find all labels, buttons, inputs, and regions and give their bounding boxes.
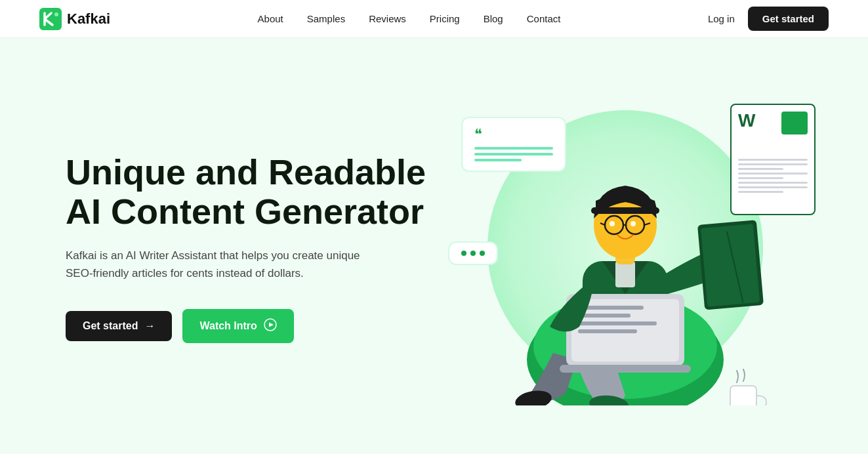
svg-rect-30 — [730, 386, 756, 405]
nav-links: About Samples Reviews Pricing Blog Conta… — [258, 13, 561, 25]
person-illustration — [474, 104, 789, 405]
nav-actions: Log in Get started — [708, 7, 829, 31]
nav-about[interactable]: About — [258, 13, 283, 24]
arrow-right-icon: → — [144, 320, 155, 332]
typing-dot-1 — [461, 251, 466, 256]
logo-text: Kafkai — [67, 10, 110, 28]
get-started-hero-button[interactable]: Get started → — [66, 311, 172, 341]
svg-rect-19 — [560, 365, 691, 373]
nav-contact[interactable]: Contact — [527, 13, 561, 24]
svg-rect-11 — [701, 224, 760, 307]
nav-samples[interactable]: Samples — [307, 13, 345, 24]
login-button[interactable]: Log in — [708, 13, 735, 24]
watch-intro-button[interactable]: Watch Intro — [182, 309, 293, 343]
logo-icon — [39, 8, 62, 30]
svg-rect-9 — [615, 261, 635, 287]
svg-rect-0 — [39, 8, 62, 30]
svg-rect-17 — [578, 321, 657, 325]
nav-pricing[interactable]: Pricing — [430, 13, 460, 24]
svg-rect-29 — [591, 207, 659, 214]
play-icon — [264, 318, 277, 334]
svg-point-28 — [630, 221, 636, 226]
hero-title: Unique and Readable AI Content Generator — [66, 153, 433, 231]
hero-illustration: ❝ W — [435, 77, 816, 419]
nav-reviews[interactable]: Reviews — [369, 13, 406, 24]
navbar: Kafkai About Samples Reviews Pricing Blo… — [0, 0, 868, 38]
get-started-nav-button[interactable]: Get started — [748, 7, 829, 31]
hero-section: Unique and Readable AI Content Generator… — [0, 38, 868, 454]
hero-buttons: Get started → Watch Intro — [66, 309, 433, 343]
logo-link[interactable]: Kafkai — [39, 8, 110, 30]
hero-subtitle: Kafkai is an AI Writer Assistant that he… — [66, 247, 381, 282]
hero-content: Unique and Readable AI Content Generator… — [66, 153, 433, 342]
svg-rect-16 — [578, 314, 630, 318]
nav-blog[interactable]: Blog — [484, 13, 503, 24]
svg-point-1 — [54, 12, 58, 16]
svg-point-27 — [610, 221, 615, 226]
svg-rect-18 — [578, 329, 637, 333]
svg-marker-3 — [269, 322, 274, 327]
